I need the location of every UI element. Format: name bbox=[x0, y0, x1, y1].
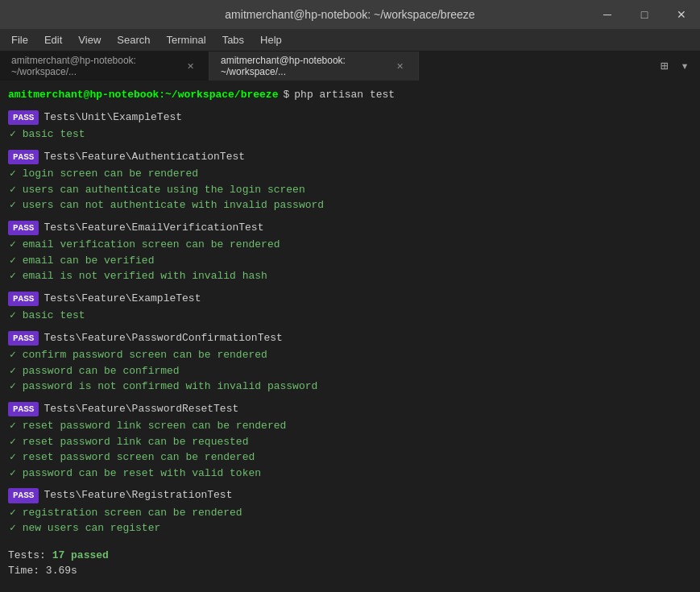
menu-help[interactable]: Help bbox=[252, 32, 290, 48]
title-bar: amitmerchant@hp-notebook: ~/workspace/br… bbox=[0, 0, 700, 29]
pass-badge-3: PASS bbox=[8, 292, 39, 307]
suite-name-2: Tests\Feature\EmailVerificationTest bbox=[43, 221, 263, 234]
suite-name-3: Tests\Feature\ExampleTest bbox=[43, 292, 201, 304]
test-summary: Tests: 17 passed Time: 3.69s bbox=[8, 548, 692, 579]
tab-0[interactable]: amitmerchant@hp-notebook: ~/workspace/..… bbox=[0, 52, 209, 81]
suite-name-0: Tests\Unit\ExampleTest bbox=[43, 111, 182, 123]
suite-name-1: Tests\Feature\AuthenticationTest bbox=[43, 151, 245, 163]
suite-line-4: PASSTests\Feature\PasswordConfirmationTe… bbox=[8, 330, 692, 346]
menu-tabs[interactable]: Tabs bbox=[214, 32, 252, 48]
prompt-path: amitmerchant@hp-notebook:~/workspace/bre… bbox=[8, 87, 278, 103]
menu-terminal[interactable]: Terminal bbox=[159, 32, 214, 48]
suite-line-1: PASSTests\Feature\AuthenticationTest bbox=[8, 149, 692, 165]
test-result-5-2: ✓ reset password screen can be rendered bbox=[8, 449, 692, 466]
suite-name-5: Tests\Feature\PasswordResetTest bbox=[43, 403, 238, 415]
test-result-1-0: ✓ login screen can be rendered bbox=[8, 166, 692, 182]
test-result-6-1: ✓ new users can register bbox=[8, 520, 692, 536]
summary-tests-line: Tests: 17 passed bbox=[8, 548, 692, 564]
test-result-3-0: ✓ basic test bbox=[8, 308, 692, 324]
tab-0-close[interactable]: ✕ bbox=[184, 60, 197, 73]
title-bar-controls: ─ □ ✕ bbox=[589, 0, 700, 29]
pass-badge-5: PASS bbox=[8, 402, 39, 417]
maximize-button[interactable]: □ bbox=[626, 0, 663, 29]
test-result-1-2: ✓ users can not authenticate with invali… bbox=[8, 197, 692, 213]
test-suite-4: PASSTests\Feature\PasswordConfirmationTe… bbox=[8, 330, 692, 395]
tab-bar: amitmerchant@hp-notebook: ~/workspace/..… bbox=[0, 52, 700, 81]
menu-view[interactable]: View bbox=[70, 32, 109, 48]
minimize-button[interactable]: ─ bbox=[589, 0, 626, 29]
pass-badge-0: PASS bbox=[8, 110, 39, 126]
tab-1-close[interactable]: ✕ bbox=[393, 60, 407, 73]
time-label: Time: bbox=[8, 565, 39, 577]
suite-line-3: PASSTests\Feature\ExampleTest bbox=[8, 291, 692, 307]
pass-badge-6: PASS bbox=[8, 488, 39, 503]
test-suite-0: PASSTests\Unit\ExampleTest✓ basic test bbox=[8, 110, 692, 143]
suite-line-2: PASSTests\Feature\EmailVerificationTest bbox=[8, 220, 692, 236]
test-result-5-3: ✓ password can be reset with valid token bbox=[8, 466, 692, 482]
menu-edit[interactable]: Edit bbox=[36, 32, 70, 48]
tests-label: Tests: bbox=[8, 549, 46, 561]
suite-name-4: Tests\Feature\PasswordConfirmationTest bbox=[43, 332, 282, 344]
window-title: amitmerchant@hp-notebook: ~/workspace/br… bbox=[225, 8, 474, 21]
test-result-2-2: ✓ email is not verified with invalid has… bbox=[8, 268, 692, 284]
suite-name-6: Tests\Feature\RegistrationTest bbox=[43, 489, 232, 501]
pass-badge-4: PASS bbox=[8, 331, 39, 346]
menu-bar: File Edit View Search Terminal Tabs Help bbox=[0, 29, 700, 52]
suite-line-0: PASSTests\Unit\ExampleTest bbox=[8, 110, 692, 126]
tab-menu-button[interactable]: ▾ bbox=[676, 56, 694, 76]
prompt-line: amitmerchant@hp-notebook:~/workspace/bre… bbox=[8, 87, 692, 103]
test-suites: PASSTests\Unit\ExampleTest✓ basic testPA… bbox=[8, 110, 692, 536]
new-tab-button[interactable]: ⊞ bbox=[656, 56, 673, 76]
pass-badge-1: PASS bbox=[8, 150, 39, 165]
test-result-4-2: ✓ password is not confirmed with invalid… bbox=[8, 379, 692, 395]
menu-file[interactable]: File bbox=[3, 32, 36, 48]
pass-badge-2: PASS bbox=[8, 221, 39, 236]
suite-line-5: PASSTests\Feature\PasswordResetTest bbox=[8, 401, 692, 417]
summary-time-line: Time: 3.69s bbox=[8, 563, 692, 579]
test-result-5-0: ✓ reset password link screen can be rend… bbox=[8, 418, 692, 434]
menu-search[interactable]: Search bbox=[109, 32, 158, 48]
test-result-5-1: ✓ reset password link can be requested bbox=[8, 434, 692, 450]
close-button[interactable]: ✕ bbox=[663, 0, 700, 29]
tab-0-label: amitmerchant@hp-notebook: ~/workspace/..… bbox=[11, 55, 177, 77]
test-result-0-0: ✓ basic test bbox=[8, 126, 692, 143]
test-result-6-0: ✓ registration screen can be rendered bbox=[8, 505, 692, 521]
prompt-dollar: $ bbox=[283, 87, 289, 103]
tests-value: 17 passed bbox=[52, 549, 109, 561]
tab-actions: ⊞ ▾ bbox=[649, 52, 700, 81]
test-result-4-0: ✓ confirm password screen can be rendere… bbox=[8, 347, 692, 363]
time-value: 3.69s bbox=[46, 565, 77, 577]
test-suite-3: PASSTests\Feature\ExampleTest✓ basic tes… bbox=[8, 291, 692, 324]
terminal-content: amitmerchant@hp-notebook:~/workspace/bre… bbox=[0, 81, 700, 592]
test-suite-2: PASSTests\Feature\EmailVerificationTest✓… bbox=[8, 220, 692, 284]
test-suite-5: PASSTests\Feature\PasswordResetTest✓ res… bbox=[8, 401, 692, 482]
prompt-command: php artisan test bbox=[294, 87, 395, 103]
test-result-2-1: ✓ email can be verified bbox=[8, 253, 692, 269]
tab-1[interactable]: amitmerchant@hp-notebook: ~/workspace/..… bbox=[209, 52, 419, 81]
test-suite-1: PASSTests\Feature\AuthenticationTest✓ lo… bbox=[8, 149, 692, 213]
test-result-1-1: ✓ users can authenticate using the login… bbox=[8, 182, 692, 198]
test-result-2-0: ✓ email verification screen can be rende… bbox=[8, 237, 692, 253]
test-result-4-1: ✓ password can be confirmed bbox=[8, 363, 692, 379]
test-suite-6: PASSTests\Feature\RegistrationTest✓ regi… bbox=[8, 487, 692, 536]
tab-1-label: amitmerchant@hp-notebook: ~/workspace/..… bbox=[221, 55, 387, 77]
suite-line-6: PASSTests\Feature\RegistrationTest bbox=[8, 487, 692, 503]
